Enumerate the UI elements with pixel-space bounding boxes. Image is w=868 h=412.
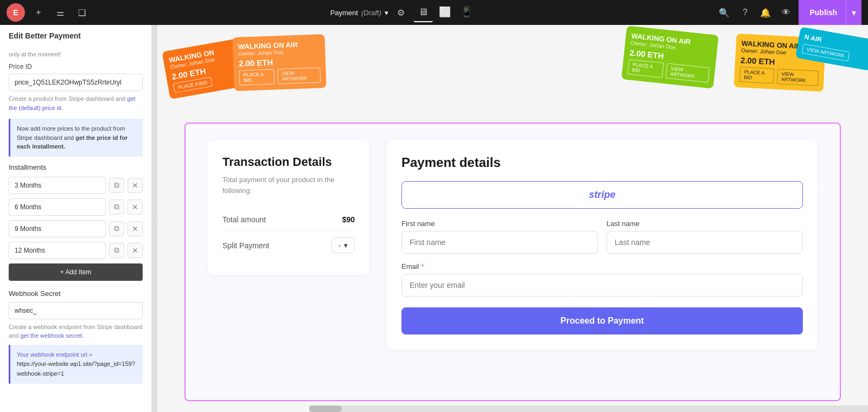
resize-handle[interactable]: ⋮ xyxy=(152,25,157,412)
nft-card-4: WALKING ON AIR Owner: Johan Doe 2.00 ETH… xyxy=(734,34,826,92)
copy-3months-icon[interactable]: ⧉ xyxy=(109,178,124,193)
stripe-button[interactable]: stripe xyxy=(401,181,803,209)
installment-row-6months: ⧉ ✕ xyxy=(9,198,143,216)
sidebar-small-note: only at the moment! xyxy=(9,51,143,57)
endpoint-box: Your webhook endpoint url » https://your… xyxy=(9,345,143,384)
last-name-label: Last name xyxy=(607,220,803,228)
layers-icon[interactable]: ❑ xyxy=(74,4,90,21)
settings-icon[interactable]: ⚌ xyxy=(52,4,68,21)
help-icon[interactable]: ? xyxy=(737,4,753,21)
email-input[interactable] xyxy=(401,274,803,297)
nft-card-1: WALKING ON Owner: Johan Doe 2.00 ETH PLA… xyxy=(162,37,256,99)
top-navbar: E + ⚌ ❑ Payment (Draft) ▾ ⚙ 🖥 ⬜ 📱 🔍 ? 🔔 … xyxy=(0,0,868,25)
nav-right-actions: 🔍 ? 🔔 👁 Publish ▾ xyxy=(716,0,861,25)
horizontal-scrollbar[interactable] xyxy=(309,405,868,412)
total-amount-label: Total amount xyxy=(222,215,266,224)
payment-details-card: Payment details stripe First name Last n… xyxy=(386,140,818,350)
scrollbar-thumb[interactable] xyxy=(309,405,342,412)
transaction-details-card: Transaction Details Total payment of you… xyxy=(207,140,370,275)
delete-12months-icon[interactable]: ✕ xyxy=(127,243,143,258)
installment-row-3months: ⧉ ✕ xyxy=(9,177,143,194)
webhook-secret-input[interactable] xyxy=(9,302,143,319)
first-name-group: First name xyxy=(401,220,598,254)
sidebar-panel: Edit Better Payment only at the moment! … xyxy=(0,25,152,412)
webhook-link[interactable]: get the webhook secret. xyxy=(20,332,84,339)
split-payment-label: Split Payment xyxy=(222,241,269,250)
email-required-mark: * xyxy=(421,262,424,271)
info-box: Now add more prices to the product from … xyxy=(9,119,143,157)
payment-title: Payment details xyxy=(401,155,803,170)
nft-card-5: N AIR VIEW ARTWORK xyxy=(795,27,868,70)
price-id-label: Price ID xyxy=(9,63,143,70)
sidebar-title: Edit Better Payment xyxy=(9,31,143,44)
elementor-logo[interactable]: E xyxy=(7,3,25,22)
page-settings-gear[interactable]: ⚙ xyxy=(397,8,405,18)
delete-9months-icon[interactable]: ✕ xyxy=(127,221,143,236)
tablet-view-button[interactable]: ⬜ xyxy=(435,3,455,22)
copy-9months-icon[interactable]: ⧉ xyxy=(109,221,124,236)
nft-card-3: WALKING ON AIR Owner: Johan Doe 2.00 ETH… xyxy=(621,25,718,88)
nft-card-2: WALKING ON AIR Owner: Johan Doe 2.00 ETH… xyxy=(232,34,326,91)
installments-label: Installments xyxy=(9,163,143,171)
first-name-label: First name xyxy=(401,220,598,228)
split-payment-select[interactable]: - ▾ xyxy=(331,237,355,253)
endpoint-url-title[interactable]: Your webhook endpoint url » xyxy=(17,351,92,358)
price-id-hint: Create a product from Stripe dashboard a… xyxy=(9,94,143,112)
nft-cards-decoration: WALKING ON Owner: Johan Doe 2.00 ETH PLA… xyxy=(157,25,868,120)
add-item-button[interactable]: + Add Item xyxy=(9,263,143,281)
publish-dropdown-arrow[interactable]: ▾ xyxy=(846,0,861,25)
installment-row-12months: ⧉ ✕ xyxy=(9,242,143,259)
copy-6months-icon[interactable]: ⧉ xyxy=(109,199,124,215)
add-element-button[interactable]: + xyxy=(30,4,47,21)
email-label: Email * xyxy=(401,262,803,271)
delete-3months-icon[interactable]: ✕ xyxy=(127,178,143,193)
webhook-hint: Create a webhook endpoint from Stripe da… xyxy=(9,323,143,340)
last-name-input[interactable] xyxy=(607,231,803,254)
first-name-input[interactable] xyxy=(401,231,598,254)
installment-12months-input[interactable] xyxy=(9,242,106,259)
last-name-group: Last name xyxy=(607,220,803,254)
split-payment-row: Split Payment - ▾ xyxy=(222,231,355,260)
preview-icon[interactable]: 👁 xyxy=(778,4,794,21)
nav-center: Payment (Draft) ▾ ⚙ 🖥 ⬜ 📱 xyxy=(95,3,711,22)
view-mode-buttons: 🖥 ⬜ 📱 xyxy=(413,3,476,22)
proceed-to-payment-button[interactable]: Proceed to Payment xyxy=(401,307,803,334)
search-icon[interactable]: 🔍 xyxy=(716,4,732,21)
delete-6months-icon[interactable]: ✕ xyxy=(127,199,143,215)
installment-3months-input[interactable] xyxy=(9,177,106,194)
installment-9months-input[interactable] xyxy=(9,220,106,237)
webhook-secret-label: Webhook Secret xyxy=(9,289,143,298)
name-fields-row: First name Last name xyxy=(401,220,803,254)
total-amount-value: $90 xyxy=(342,215,355,224)
email-group: Email * xyxy=(401,262,803,297)
installment-row-9months: ⧉ ✕ xyxy=(9,220,143,237)
transaction-subtitle: Total payment of your product in the fol… xyxy=(222,175,355,196)
installment-6months-input[interactable] xyxy=(9,198,106,216)
transaction-title: Transaction Details xyxy=(222,155,355,169)
notifications-icon[interactable]: 🔔 xyxy=(757,4,774,21)
main-layout: Edit Better Payment only at the moment! … xyxy=(0,25,868,412)
publish-button[interactable]: Publish xyxy=(799,0,848,25)
mobile-view-button[interactable]: 📱 xyxy=(457,3,476,22)
page-title-nav[interactable]: Payment (Draft) ▾ xyxy=(330,9,388,17)
price-id-input[interactable] xyxy=(9,74,143,91)
canvas-area: WALKING ON Owner: Johan Doe 2.00 ETH PLA… xyxy=(157,25,868,412)
total-amount-row: Total amount $90 xyxy=(222,209,355,231)
desktop-view-button[interactable]: 🖥 xyxy=(413,3,433,22)
copy-12months-icon[interactable]: ⧉ xyxy=(109,243,124,258)
payment-widget-container: Transaction Details Total payment of you… xyxy=(184,123,841,401)
